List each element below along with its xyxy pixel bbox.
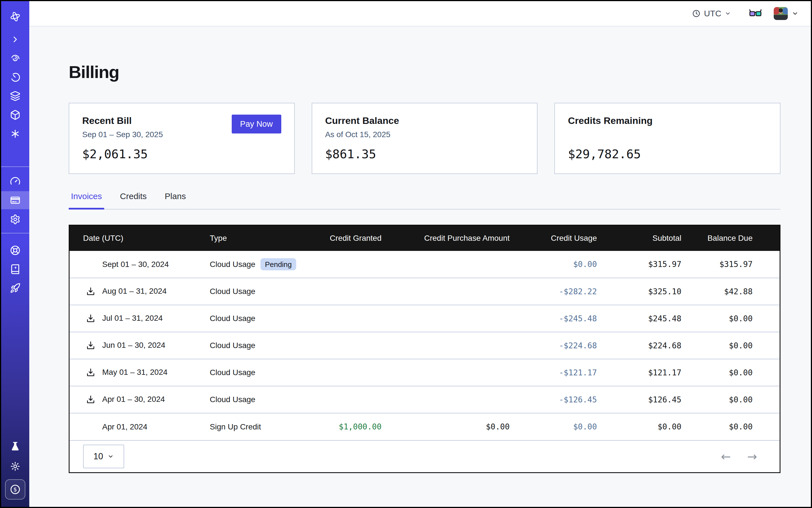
sidebar-divider bbox=[1, 166, 29, 167]
download-icon bbox=[86, 368, 95, 377]
col-credit-usage: Credit Usage bbox=[510, 225, 597, 251]
credit-granted bbox=[297, 305, 382, 332]
status-badge: Pending bbox=[260, 258, 296, 270]
credit-purchase bbox=[382, 332, 510, 359]
download-invoice-button[interactable] bbox=[86, 287, 96, 296]
invoice-type: Cloud Usage bbox=[210, 359, 297, 386]
credit-granted bbox=[297, 359, 382, 386]
card-amount: $29,782.65 bbox=[568, 147, 767, 161]
table-header-row: Date (UTC) Type Credit Granted Credit Pu… bbox=[70, 225, 780, 251]
page-title: Billing bbox=[69, 62, 780, 82]
balance-due: $315.97 bbox=[681, 251, 780, 278]
download-icon bbox=[86, 395, 95, 405]
timezone-selector[interactable]: UTC bbox=[692, 9, 731, 18]
subtotal: $121.17 bbox=[597, 359, 681, 386]
support-helm-icon[interactable] bbox=[7, 243, 23, 258]
subtotal: $315.97 bbox=[597, 251, 681, 278]
prev-page-button[interactable]: ← bbox=[721, 450, 731, 464]
card-title: Current Balance bbox=[325, 115, 524, 126]
subtotal: $224.68 bbox=[597, 332, 681, 359]
download-invoice-button[interactable] bbox=[86, 368, 96, 377]
docs-book-icon[interactable] bbox=[7, 261, 23, 277]
labs-flask-icon[interactable] bbox=[7, 439, 23, 455]
pay-now-button[interactable]: Pay Now bbox=[232, 115, 281, 133]
glasses-icon bbox=[749, 9, 762, 18]
table-row: Jun 01 – 30, 2024 Cloud Usage -$224.68 $… bbox=[70, 332, 780, 359]
credit-usage: $0.00 bbox=[510, 251, 597, 278]
credit-usage: -$282.22 bbox=[510, 278, 597, 305]
orbit-logo-icon[interactable] bbox=[7, 9, 23, 25]
invoice-type: Sign Up Credit bbox=[210, 413, 297, 440]
sidebar: $ bbox=[1, 1, 29, 507]
chevron-down-icon bbox=[725, 10, 731, 16]
invoice-date: Aug 01 – 31, 2024 bbox=[102, 287, 167, 295]
account-menu[interactable] bbox=[774, 7, 799, 20]
timezone-label: UTC bbox=[704, 9, 721, 18]
subtotal: $0.00 bbox=[597, 413, 681, 440]
col-credit-granted: Credit Granted bbox=[297, 225, 382, 251]
observe-eye-icon[interactable] bbox=[7, 50, 23, 66]
credits-dollar-badge-icon[interactable]: $ bbox=[5, 479, 25, 500]
credit-usage: $0.00 bbox=[510, 413, 597, 440]
invoice-type: Cloud Usage bbox=[210, 305, 297, 332]
invoice-date: Jun 01 – 30, 2024 bbox=[102, 341, 165, 349]
invoice-date: May 01 – 31, 2024 bbox=[102, 368, 168, 377]
credit-purchase: $0.00 bbox=[382, 413, 510, 440]
asterisk-icon[interactable] bbox=[7, 126, 23, 142]
invoice-type: Cloud Usage bbox=[210, 260, 255, 269]
tab-credits[interactable]: Credits bbox=[118, 192, 149, 210]
next-page-button[interactable]: → bbox=[747, 450, 757, 464]
table-row: May 01 – 31, 2024 Cloud Usage -$121.17 $… bbox=[70, 359, 780, 386]
card-amount: $861.35 bbox=[325, 147, 524, 161]
table-row: Sept 01 – 30, 2024 Cloud UsagePending $0… bbox=[70, 251, 780, 278]
rocket-icon[interactable] bbox=[7, 280, 23, 296]
subtotal: $325.10 bbox=[597, 278, 681, 305]
cube-icon[interactable] bbox=[7, 107, 23, 123]
credit-purchase bbox=[382, 386, 510, 413]
invoice-date: Sept 01 – 30, 2024 bbox=[102, 260, 169, 269]
chevron-down-icon bbox=[792, 10, 799, 17]
settings-gear-icon[interactable] bbox=[7, 211, 23, 227]
invoice-date: Apr 01, 2024 bbox=[102, 422, 147, 431]
col-type: Type bbox=[210, 225, 297, 251]
col-credit-purchase: Credit Purchase Amount bbox=[382, 225, 510, 251]
credit-usage: -$245.48 bbox=[510, 305, 597, 332]
credit-card-icon bbox=[10, 195, 20, 206]
topbar: UTC bbox=[29, 1, 811, 27]
download-invoice-button[interactable] bbox=[86, 314, 96, 323]
sidebar-expand-chevron-icon[interactable] bbox=[7, 32, 23, 47]
usage-gauge-icon[interactable] bbox=[7, 173, 23, 189]
credit-usage: -$126.45 bbox=[510, 386, 597, 413]
col-balance-due: Balance Due bbox=[681, 225, 780, 251]
table-row: Apr 01 – 30, 2024 Cloud Usage -$126.45 $… bbox=[70, 386, 780, 413]
page-size-select[interactable]: 10 bbox=[83, 444, 124, 468]
table-row: Aug 01 – 31, 2024 Cloud Usage -$282.22 $… bbox=[70, 278, 780, 305]
current-balance-card: Current Balance As of Oct 15, 2025 $861.… bbox=[312, 103, 538, 174]
layers-icon[interactable] bbox=[7, 88, 23, 104]
download-invoice-button[interactable] bbox=[86, 395, 96, 405]
invoice-date: Apr 01 – 30, 2024 bbox=[102, 395, 165, 404]
theme-sun-icon[interactable] bbox=[7, 458, 23, 474]
balance-due: $42.88 bbox=[681, 278, 780, 305]
col-subtotal: Subtotal bbox=[597, 225, 681, 251]
sidebar-item-billing[interactable] bbox=[1, 191, 29, 209]
subtotal: $245.48 bbox=[597, 305, 681, 332]
col-date: Date (UTC) bbox=[70, 225, 210, 251]
download-icon bbox=[86, 341, 95, 350]
invoice-type: Cloud Usage bbox=[210, 278, 297, 305]
invoice-date: Jul 01 – 31, 2024 bbox=[102, 314, 163, 323]
history-timer-icon[interactable] bbox=[7, 69, 23, 85]
main-area: UTC Bill bbox=[29, 1, 811, 507]
sidebar-divider bbox=[1, 233, 29, 234]
reader-glasses-button[interactable] bbox=[749, 9, 762, 18]
credit-usage: -$224.68 bbox=[510, 332, 597, 359]
tab-invoices[interactable]: Invoices bbox=[69, 192, 104, 210]
credit-granted: $1,000.00 bbox=[297, 413, 382, 440]
subtotal: $126.45 bbox=[597, 386, 681, 413]
tab-plans[interactable]: Plans bbox=[163, 192, 188, 210]
credit-purchase bbox=[382, 251, 510, 278]
card-title: Credits Remaining bbox=[568, 115, 767, 126]
billing-tabs: Invoices Credits Plans bbox=[69, 192, 780, 210]
download-invoice-button[interactable] bbox=[86, 341, 96, 350]
card-subtitle: As of Oct 15, 2025 bbox=[325, 130, 524, 140]
